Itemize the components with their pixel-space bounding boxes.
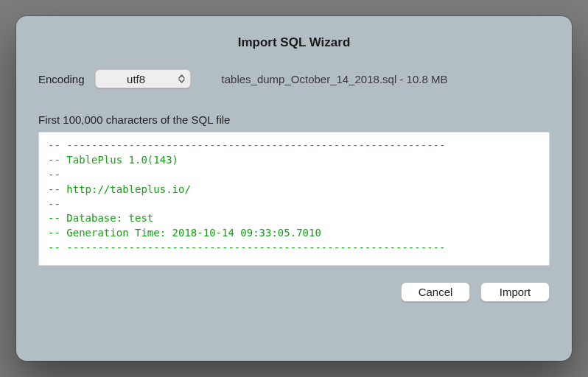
encoding-select[interactable]: utf8	[95, 69, 191, 88]
sql-preview[interactable]: -- -------------------------------------…	[38, 132, 550, 266]
dialog-actions: Cancel Import	[38, 282, 550, 302]
cancel-button[interactable]: Cancel	[401, 282, 470, 302]
import-sql-wizard-sheet: Import SQL Wizard Encoding utf8 tables_d…	[16, 16, 572, 361]
dialog-title: Import SQL Wizard	[38, 35, 550, 50]
file-separator: -	[396, 73, 406, 85]
encoding-select-value: utf8	[127, 73, 145, 85]
file-name: tables_dump_October_14_2018.sql	[222, 73, 397, 85]
file-size: 10.8 MB	[407, 73, 448, 85]
encoding-row: Encoding utf8 tables_dump_October_14_201…	[38, 69, 550, 88]
import-button[interactable]: Import	[480, 282, 550, 302]
file-info: tables_dump_October_14_2018.sql - 10.8 M…	[222, 73, 448, 85]
encoding-label: Encoding	[38, 73, 85, 85]
encoding-select-wrap: utf8	[95, 69, 191, 88]
preview-label: First 100,000 characters of the SQL file	[38, 113, 550, 126]
